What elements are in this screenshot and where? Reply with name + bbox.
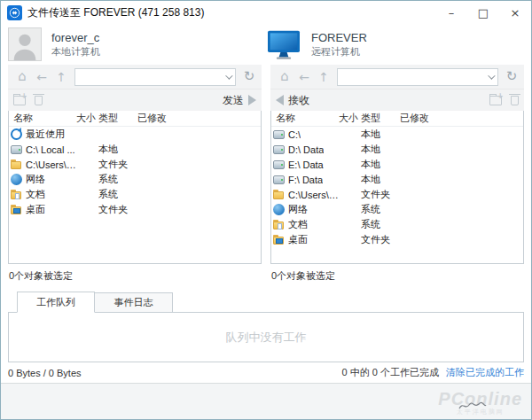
queue-empty-message: 队列中没有工作 [226, 330, 307, 346]
watermark: PConline 太平洋电脑网 [438, 390, 522, 416]
local-user-avatar [8, 27, 42, 61]
column-type[interactable]: 类型 [361, 112, 400, 125]
file-row[interactable]: C:\Users\A... 文件夹 [271, 187, 523, 202]
window-footer: PConline 太平洋电脑网 [1, 383, 531, 419]
network-icon [11, 174, 22, 185]
file-row[interactable]: C:\ Local ... 本地 [9, 142, 261, 157]
back-icon[interactable]: ← [295, 68, 313, 86]
file-transfer-window: 文件传送至 FOREVER (471 258 813) – □ × foreve… [0, 0, 532, 420]
remote-machine-header: FOREVER 远程计算机 [266, 27, 524, 61]
local-file-list: 名称 大小 类型 已修改 最近使用 C:\ Local ... 本地 C:\Us… [8, 111, 262, 264]
local-address-combobox[interactable] [74, 68, 236, 86]
delete-icon[interactable] [35, 96, 43, 105]
file-type: 本地 [361, 143, 400, 156]
up-icon[interactable]: ↑ [315, 68, 332, 86]
column-size[interactable]: 大小 [76, 112, 98, 125]
network-icon [273, 204, 285, 215]
column-modified[interactable]: 已修改 [137, 112, 261, 125]
file-row[interactable]: C:\Users\f... 文件夹 [9, 157, 261, 172]
remote-address-combobox[interactable] [337, 68, 498, 86]
remote-machine-name: FOREVER [311, 31, 367, 45]
tab-event-log[interactable]: 事件日志 [95, 292, 173, 313]
file-type: 系统 [98, 173, 137, 186]
column-name[interactable]: 名称 [276, 112, 339, 125]
file-type: 本地 [361, 173, 400, 186]
receive-button[interactable]: 接收 [276, 93, 309, 108]
file-row[interactable]: 最近使用 [9, 127, 261, 142]
file-type: 文件夹 [361, 188, 400, 201]
file-type: 本地 [361, 128, 400, 141]
remote-selection-status: 0个对象被选定 [270, 264, 524, 290]
local-action-toolbar: 发送 [8, 89, 262, 111]
tab-work-queue[interactable]: 工作队列 [17, 292, 95, 313]
file-row[interactable]: 桌面 文件夹 [9, 202, 261, 217]
local-nav-toolbar: ⌂ ← ↑ ↻ [8, 65, 262, 89]
file-name: F:\ Data [288, 175, 323, 185]
remote-monitor-icon [266, 27, 301, 61]
receive-label: 接收 [288, 93, 309, 108]
home-icon[interactable]: ⌂ [13, 68, 31, 86]
file-row[interactable]: 文档 系统 [9, 187, 261, 202]
local-rows: 最近使用 C:\ Local ... 本地 C:\Users\f... 文件夹 … [9, 127, 261, 217]
file-type: 系统 [361, 203, 400, 216]
local-machine-name: forever_c [51, 31, 100, 45]
local-panel: ⌂ ← ↑ ↻ 发送 名称 [8, 65, 262, 290]
minimize-button[interactable]: – [435, 1, 467, 24]
file-name: 桌面 [26, 203, 45, 216]
local-selection-status: 0个对象被选定 [8, 264, 262, 290]
file-row[interactable]: F:\ Data 本地 [271, 172, 523, 187]
local-machine-type: 本地计算机 [51, 45, 100, 58]
up-icon[interactable]: ↑ [52, 68, 70, 86]
file-row[interactable]: 桌面 文件夹 [271, 232, 523, 247]
home-icon[interactable]: ⌂ [276, 68, 293, 86]
file-row[interactable]: E:\ Data 本地 [271, 157, 523, 172]
file-row[interactable]: 网络 系统 [9, 172, 261, 187]
clear-completed-link[interactable]: 清除已完成的工作 [446, 366, 524, 379]
maximize-button[interactable]: □ [467, 1, 499, 24]
file-name: 网络 [288, 203, 308, 216]
job-queue-panel: 队列中没有工作 [8, 312, 524, 362]
file-panels: ⌂ ← ↑ ↻ 发送 名称 [1, 65, 531, 290]
file-row[interactable]: 网络 系统 [271, 202, 523, 217]
local-machine-header: forever_c 本地计算机 [8, 27, 266, 61]
delete-icon[interactable] [511, 96, 519, 105]
refresh-icon[interactable]: ↻ [240, 68, 258, 86]
chevron-down-icon[interactable] [221, 69, 235, 85]
new-folder-icon[interactable] [13, 96, 26, 105]
chevron-down-icon[interactable] [483, 69, 497, 85]
send-label: 发送 [223, 93, 244, 108]
column-type[interactable]: 类型 [98, 112, 137, 125]
file-name: 网络 [26, 173, 45, 186]
file-name: 桌面 [288, 233, 308, 246]
close-button[interactable]: × [499, 1, 531, 24]
file-name: C:\ [288, 129, 301, 140]
file-name: E:\ Data [288, 159, 324, 170]
file-row[interactable]: 文档 系统 [271, 217, 523, 232]
file-type: 文件夹 [361, 233, 400, 246]
send-button[interactable]: 发送 [223, 93, 256, 108]
jobs-summary: 0 中的 0 个工作已完成 [342, 366, 439, 379]
remote-rows: C:\ 本地 D:\ Data 本地 E:\ Data 本地 F:\ Data … [271, 127, 523, 247]
drive-icon [273, 128, 285, 140]
file-type: 系统 [361, 218, 400, 231]
documents-icon [273, 219, 285, 230]
new-folder-icon[interactable] [489, 96, 502, 105]
refresh-icon[interactable]: ↻ [503, 68, 520, 86]
file-row[interactable]: C:\ 本地 [271, 127, 523, 142]
file-name: 最近使用 [26, 128, 65, 141]
remote-list-header: 名称 大小 类型 已修改 [271, 111, 523, 127]
column-name[interactable]: 名称 [13, 112, 76, 125]
drive-icon [273, 159, 285, 170]
column-modified[interactable]: 已修改 [400, 112, 523, 125]
desktop-icon [11, 204, 22, 215]
remote-nav-toolbar: ⌂ ← ↑ ↻ [270, 65, 524, 89]
file-row[interactable]: D:\ Data 本地 [271, 142, 523, 157]
local-list-header: 名称 大小 类型 已修改 [9, 111, 261, 127]
recent-icon [11, 128, 22, 140]
back-icon[interactable]: ← [33, 68, 51, 86]
bytes-transferred: 0 Bytes / 0 Bytes [8, 368, 82, 378]
drive-icon [273, 174, 285, 185]
column-size[interactable]: 大小 [339, 112, 361, 125]
documents-icon [11, 189, 22, 200]
file-type: 本地 [361, 158, 400, 171]
